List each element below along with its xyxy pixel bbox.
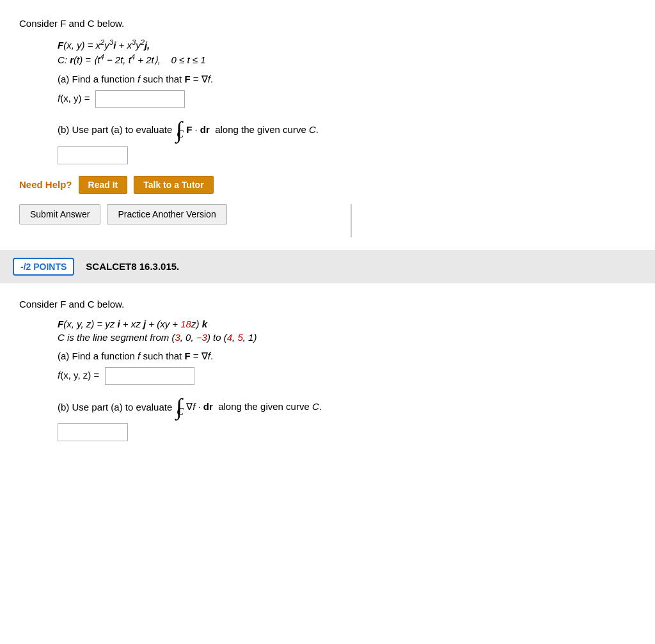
p2-C-text: C is the line segment from (3, 0, −3) to… [58,332,256,343]
C-label: C: r(t) = ⟨t4 − 2t, t4 + 2t⟩, 0 ≤ t ≤ 1 [58,54,206,65]
p2-part-b-input[interactable] [58,423,128,441]
need-help-label: Need Help? [19,179,72,190]
part-b-integral-row: (b) Use part (a) to evaluate ∫C F · dr a… [58,118,636,141]
p2-part-b-integral-row: (b) Use part (a) to evaluate ∫C ∇f · dr … [58,395,636,418]
p2-part-a-row: (a) Find a function f such that F = ∇f. [58,350,636,362]
problem-1-section: Consider F and C below. F(x, y) = x2y3i … [0,0,655,250]
points-bar: -/2 POINTS SCALCET8 16.3.015. [0,250,655,283]
p2-integral-symbol: ∫C [176,395,182,418]
part-a-label: (a) Find a function f such that F = ∇f. [58,74,213,84]
points-badge: -/2 POINTS [13,258,74,276]
p2-part-a-input[interactable] [105,367,194,385]
part-a-input[interactable] [95,90,185,108]
F-equation: F(x, y) = x2y3i + x3y2j, [58,38,636,51]
part-a-eq-label: f(x, y) = [58,92,93,103]
p2-C-equation: C is the line segment from (3, 0, −3) to… [58,332,636,343]
p2-part-b-input-row [58,423,636,441]
problem-1-intro: Consider F and C below. [19,15,636,32]
p2-part-a-input-row: f(x, y, z) = [58,367,636,385]
problem-id-label: SCALCET8 16.3.015. [86,261,179,272]
part-a-input-row: f(x, y) = [58,90,636,108]
problem-2-header: -/2 POINTS SCALCET8 16.3.015. [0,250,655,283]
p2-F-equation: F(x, y, z) = yz i + xz j + (xy + 18z) k [58,318,636,329]
p2-part-a-eq-label: f(x, y, z) = [58,370,102,381]
part-b-input[interactable] [58,146,128,164]
integral-symbol: ∫C [176,118,182,141]
p2-part-a-label: (a) Find a function f such that F = ∇f. [58,350,213,361]
need-help-row: Need Help? Read It Talk to a Tutor [19,176,636,194]
talk-to-tutor-button[interactable]: Talk to a Tutor [134,176,213,194]
problem-2-section: Consider F and C below. F(x, y, z) = yz … [0,283,655,461]
p2-part-b-label: (b) Use part (a) to evaluate [58,402,172,412]
practice-another-button[interactable]: Practice Another Version [107,204,226,224]
problem-2-intro: Consider F and C below. [19,296,636,313]
submit-answer-button[interactable]: Submit Answer [19,204,100,224]
part-b-rest: F · dr along the given curve C. [186,124,319,135]
p2-part-b-row: (b) Use part (a) to evaluate ∫C ∇f · dr … [58,395,636,418]
F-eq-text: (x, y) = x2y3 [63,40,113,51]
part-b-input-row [58,146,636,164]
p2-F-text: (x, y, z) = yz i + xz j + (xy + 18z) k [63,318,207,329]
p2-F-label: F [58,318,63,329]
part-b-label: (b) Use part (a) to evaluate [58,124,172,135]
part-a-row: (a) Find a function f such that F = ∇f. [58,74,636,85]
C-equation: C: r(t) = ⟨t4 − 2t, t4 + 2t⟩, 0 ≤ t ≤ 1 [58,53,636,66]
F-label: F [58,40,63,51]
part-b-row: (b) Use part (a) to evaluate ∫C F · dr a… [58,118,636,141]
F-plus: + x3y2 [116,40,145,51]
F-j: j, [145,40,150,51]
read-it-button[interactable]: Read It [79,176,128,194]
submit-row: Submit Answer Practice Another Version [19,204,352,237]
p2-part-b-rest: ∇f · dr along the given curve C. [186,401,322,412]
